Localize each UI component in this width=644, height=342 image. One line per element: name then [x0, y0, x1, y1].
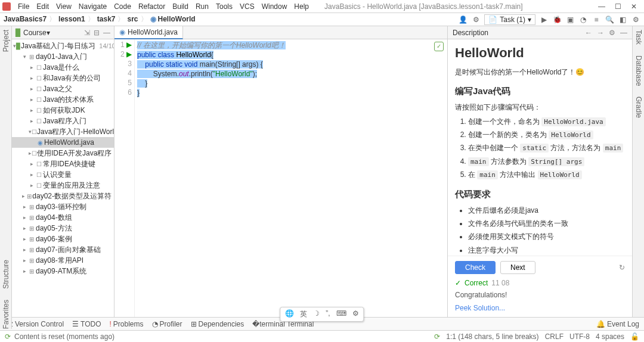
tree-item[interactable]: ▾⊞day01-Java入门 — [12, 51, 114, 62]
menu-refactor[interactable]: Refactor — [135, 1, 169, 12]
tree-item[interactable]: ◉HelloWorld.java — [12, 137, 114, 148]
peek-solution-link[interactable]: Peek Solution... — [455, 304, 625, 312]
status-bar: ⟳ Content is reset (moments ago) ⟳ 1:1 (… — [0, 330, 644, 342]
dependencies-tool[interactable]: ⊞ Dependencies — [191, 320, 244, 328]
indent[interactable]: 4 spaces — [596, 332, 624, 341]
hide-icon[interactable]: — — [103, 29, 110, 37]
event-log[interactable]: 🔔 Event Log — [596, 320, 639, 328]
breadcrumb-item[interactable]: src — [127, 15, 138, 23]
structure-tool[interactable]: Structure — [2, 260, 10, 289]
vcs-tool[interactable]: ⎇ Version Control — [5, 320, 64, 328]
ime-item[interactable]: 英 — [300, 309, 307, 319]
tree-item[interactable]: ▸☐如何获取JDK — [12, 105, 114, 116]
tree-item[interactable]: ▸⊞day04-数组 — [12, 212, 114, 223]
tree-item[interactable]: ▸☐和Java有关的公司 — [12, 73, 114, 83]
breadcrumb-item[interactable]: lesson1 — [58, 15, 85, 23]
menu-help[interactable]: Help — [290, 1, 312, 12]
menu-build[interactable]: Build — [169, 1, 192, 12]
task-intro: 是时候写出你的第一个HelloWorld了！😊 — [455, 67, 625, 77]
menu-view[interactable]: View — [52, 1, 75, 12]
ime-item[interactable]: ☽ — [313, 309, 320, 319]
description-tab[interactable]: Description — [453, 29, 488, 37]
tree-item[interactable]: ▸⊞day08-常用API — [12, 255, 114, 266]
status-sync-icon[interactable]: ⟳ — [5, 332, 11, 341]
close-icon[interactable]: ✕ — [631, 2, 637, 11]
breadcrumb-item[interactable]: JavaBasics7 — [4, 15, 47, 23]
tree-item[interactable]: ▸☐Java是什么 — [12, 62, 114, 73]
ime-item[interactable]: 🌐 — [285, 309, 294, 319]
course-icon: ▉ — [16, 29, 21, 37]
caret-position[interactable]: 1:1 (148 chars, 5 line breaks) — [446, 332, 538, 341]
breadcrumb-item[interactable]: ◉HelloWorld — [150, 15, 196, 23]
ime-toolbar[interactable]: 🌐英☽”,⌨⚙ — [280, 307, 364, 322]
search-icon[interactable]: 🔍 — [605, 15, 614, 24]
encoding[interactable]: UTF-8 — [569, 332, 590, 341]
menu-tools[interactable]: Tools — [212, 1, 236, 12]
menu-file[interactable]: File — [14, 1, 33, 12]
refresh-icon[interactable]: ↻ — [619, 263, 625, 272]
ime-item[interactable]: ⚙ — [352, 309, 359, 319]
tree-item[interactable]: ▸⊞day05-方法 — [12, 223, 114, 234]
profile-icon[interactable]: ◔ — [578, 15, 588, 24]
menu-navigate[interactable]: Navigate — [75, 1, 110, 12]
task-tool[interactable]: Task — [634, 30, 643, 45]
stop-icon[interactable]: ■ — [592, 15, 601, 24]
gradle-tool[interactable]: Gradle — [634, 97, 643, 118]
profiler-tool[interactable]: ◔ Profiler — [152, 320, 182, 328]
breadcrumb-item[interactable]: task7 — [97, 15, 116, 23]
status-sync2-icon[interactable]: ⟳ — [434, 332, 440, 341]
problems-tool[interactable]: ! Problems — [110, 320, 144, 328]
tree-item[interactable]: ▸⊞day03-循环控制 — [12, 201, 114, 212]
add-user-icon[interactable]: 👤 — [458, 15, 467, 24]
menu-code[interactable]: Code — [110, 1, 135, 12]
tree-item[interactable]: ▸☐Java的技术体系 — [12, 94, 114, 105]
forward-icon[interactable]: → — [597, 29, 604, 37]
check-button[interactable]: Check — [455, 261, 496, 274]
next-button[interactable]: Next — [500, 261, 535, 274]
tree-item[interactable]: ▸☐常用IDEA快捷键 — [12, 158, 114, 169]
todo-tool[interactable]: ☰ TODO — [72, 320, 101, 328]
editor: ◉ HelloWorld.java 1 ▶2 ▶3456 ✓ // 在这里，开始… — [114, 26, 447, 317]
run-icon[interactable]: ▶ — [539, 15, 549, 24]
tree-item[interactable]: ▸☐使用IDEA开发Java程序 — [12, 148, 114, 158]
project-structure-icon[interactable]: ◧ — [618, 15, 627, 24]
expand-icon[interactable]: ⇲ — [84, 29, 90, 37]
coverage-icon[interactable]: ▣ — [565, 15, 575, 24]
tree-item[interactable]: ▸☐认识变量 — [12, 169, 114, 180]
line-ending[interactable]: CRLF — [545, 332, 564, 341]
project-tool[interactable]: Project — [2, 30, 10, 52]
panel-settings-icon[interactable]: ⚙ — [609, 29, 615, 37]
menu-vcs[interactable]: VCS — [236, 1, 258, 12]
tree-item[interactable]: ▸⊞day07-面向对象基础 — [12, 244, 114, 255]
menu-edit[interactable]: Edit — [33, 1, 52, 12]
settings-icon[interactable]: ⚙ — [471, 15, 481, 24]
tree-item[interactable]: ▸⊞day06-案例 — [12, 234, 114, 244]
menu-run[interactable]: Run — [192, 1, 212, 12]
ime-item[interactable]: ”, — [326, 309, 330, 319]
readonly-icon[interactable]: 🔓 — [630, 332, 639, 341]
menu-window[interactable]: Window — [258, 1, 291, 12]
tree-item[interactable]: ▸⊞day09-ATM系统 — [12, 266, 114, 276]
code-area[interactable]: 1 ▶2 ▶3456 ✓ // 在这里，开始编写你的第一个HelloWorld吧… — [114, 39, 447, 317]
maximize-icon[interactable]: ☐ — [615, 2, 621, 11]
tree-root[interactable]: ▾▉Java基础入门-每日练习14/109 — [12, 41, 114, 51]
ime-item[interactable]: ⌨ — [336, 309, 346, 319]
debug-icon[interactable]: 🐞 — [552, 15, 562, 24]
favorites-tool[interactable]: Favorites — [2, 300, 10, 329]
tree-item[interactable]: ▸☐变量的应用及注意 — [12, 180, 114, 191]
req-item: 文件后缀名必须是java — [468, 205, 625, 216]
req-item: 文件名必须与代码里的类名一致 — [468, 218, 625, 229]
panel-hide-icon[interactable]: — — [620, 29, 627, 37]
course-tree[interactable]: ▾▉Java基础入门-每日练习14/109▾⊞day01-Java入门▸☐Jav… — [12, 39, 114, 317]
minimize-icon[interactable]: — — [598, 2, 605, 11]
tree-item[interactable]: ▸⊞day02-数据类型及运算符 — [12, 191, 114, 201]
tree-item[interactable]: ▾☐Java程序入门-HelloWorld — [12, 126, 114, 137]
database-tool[interactable]: Database — [634, 55, 643, 86]
collapse-icon[interactable]: ⊟ — [94, 29, 100, 37]
ide-settings-icon[interactable]: ⚙ — [631, 15, 640, 24]
tree-item[interactable]: ▸☐Java之父 — [12, 83, 114, 94]
back-icon[interactable]: ← — [585, 29, 592, 37]
editor-tab[interactable]: ◉ HelloWorld.java — [114, 26, 183, 39]
task-dropdown[interactable]: 📄 Task (1) ▾ — [484, 14, 535, 25]
tree-item[interactable]: ▸☐Java程序入门 — [12, 116, 114, 126]
